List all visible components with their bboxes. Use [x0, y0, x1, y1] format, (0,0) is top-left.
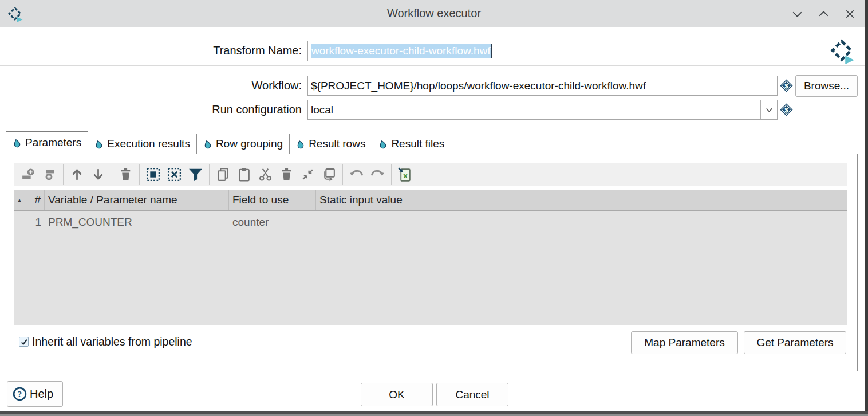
clear-selection-icon[interactable]: [164, 164, 185, 185]
copy-rows-loop-icon[interactable]: [318, 164, 340, 185]
table-toolbar: x: [14, 163, 847, 186]
workflow-filename-value: ${PROJECT_HOME}/hop/loops/workflow-execu…: [311, 80, 646, 92]
toolbar-separator: [342, 164, 343, 185]
help-icon: ?: [12, 386, 27, 402]
undo-icon[interactable]: [346, 164, 367, 185]
column-header-field-to-use[interactable]: Field to use: [229, 190, 316, 210]
hop-drop-icon: [378, 139, 387, 148]
copy-to-clipboard-icon[interactable]: [212, 164, 234, 185]
export-to-excel-icon[interactable]: x: [394, 164, 416, 185]
maximize-icon[interactable]: [815, 6, 831, 22]
select-all-rows-icon[interactable]: [143, 164, 164, 185]
column-header-variable-name[interactable]: Variable / Parameter name: [45, 190, 229, 210]
run-configuration-value: local: [311, 104, 333, 116]
row-number-cell[interactable]: 1: [14, 211, 45, 234]
toolbar-separator: [63, 164, 64, 185]
tab-row-grouping[interactable]: Row grouping: [196, 134, 290, 154]
insert-row-before-icon[interactable]: [18, 164, 39, 185]
chevron-down-icon: [766, 108, 772, 111]
hop-drop-icon: [296, 139, 305, 148]
tab-label: Execution results: [107, 138, 190, 150]
svg-text:x: x: [403, 171, 408, 180]
run-configuration-combo[interactable]: local: [307, 100, 778, 120]
help-button[interactable]: ? Help: [7, 381, 63, 407]
transform-name-input[interactable]: workflow-executor-child-workflow.hwf: [307, 41, 823, 61]
redo-icon[interactable]: [367, 164, 388, 185]
combo-dropdown-button[interactable]: [760, 100, 777, 119]
svg-text:?: ?: [18, 389, 22, 399]
inherit-variables-label: Inherit all variables from pipeline: [32, 335, 234, 348]
move-rows-up-icon[interactable]: [66, 164, 88, 185]
tab-parameters[interactable]: Parameters: [6, 131, 88, 154]
field-to-use-cell[interactable]: counter: [229, 211, 316, 234]
tab-label: Row grouping: [216, 138, 283, 150]
titlebar: Workflow executor: [0, 0, 868, 27]
hop-drop-icon: [13, 138, 21, 147]
tab-execution-results[interactable]: Execution results: [88, 134, 197, 154]
table-row[interactable]: 1 PRM_COUNTER counter: [14, 211, 847, 234]
minimize-icon[interactable]: [789, 6, 805, 22]
clear-rows-icon[interactable]: [115, 164, 136, 185]
toolbar-separator: [391, 164, 392, 185]
static-input-value-cell[interactable]: [316, 211, 847, 234]
tab-label: Result rows: [309, 138, 365, 150]
close-icon[interactable]: [842, 6, 858, 22]
toolbar-separator: [112, 164, 112, 185]
workflow-executor-icon: [827, 36, 857, 68]
header-separator: [0, 65, 868, 66]
column-header-number[interactable]: ▴ #: [14, 190, 45, 210]
table-body[interactable]: 1 PRM_COUNTER counter: [14, 211, 847, 325]
column-header-static-input-value[interactable]: Static input value: [316, 190, 847, 210]
checkmark-icon: [21, 339, 26, 344]
sort-ascending-icon: ▴: [18, 196, 21, 204]
run-configuration-label: Run configuration: [0, 103, 302, 116]
delete-selected-icon[interactable]: [276, 164, 297, 185]
collapse-selection-icon[interactable]: [297, 164, 318, 185]
tab-result-files[interactable]: Result files: [372, 134, 451, 154]
workflow-variable-icon[interactable]: [779, 79, 794, 95]
tab-label: Result files: [391, 138, 444, 150]
map-parameters-button[interactable]: Map Parameters: [631, 331, 738, 354]
hop-drop-icon: [203, 139, 212, 148]
table-header-row: ▴ # Variable / Parameter name Field to u…: [14, 190, 847, 211]
tab-bar: Parameters Execution results Row groupin…: [6, 132, 451, 154]
inherit-variables-checkbox[interactable]: [19, 337, 29, 347]
workflow-filename-input[interactable]: ${PROJECT_HOME}/hop/loops/workflow-execu…: [307, 76, 778, 96]
inherit-variables-row: Inherit all variables from pipeline: [19, 335, 234, 348]
get-parameters-button[interactable]: Get Parameters: [744, 331, 846, 354]
insert-row-after-icon[interactable]: [39, 164, 60, 185]
toolbar-separator: [209, 164, 210, 185]
text-caret: [491, 44, 492, 58]
move-rows-down-icon[interactable]: [88, 164, 109, 185]
hop-drop-icon: [94, 139, 103, 148]
cancel-button[interactable]: Cancel: [436, 383, 508, 406]
tab-result-rows[interactable]: Result rows: [289, 134, 372, 154]
ok-button[interactable]: OK: [361, 383, 433, 406]
window-bottom-edge: [0, 411, 868, 416]
variable-name-cell[interactable]: PRM_COUNTER: [45, 211, 229, 234]
window-right-edge: [865, 0, 868, 416]
transform-name-selected-text: workflow-executor-child-workflow.hwf: [311, 44, 491, 58]
footer-separator: [0, 376, 868, 376]
help-button-label: Help: [30, 387, 53, 401]
run-config-variable-icon[interactable]: [779, 103, 794, 119]
tab-label: Parameters: [25, 136, 81, 149]
toolbar-separator: [139, 164, 140, 185]
paste-from-clipboard-icon[interactable]: [234, 164, 255, 185]
window-title: Workflow executor: [0, 7, 868, 20]
transform-name-label: Transform Name:: [0, 44, 302, 57]
parameters-table: ▴ # Variable / Parameter name Field to u…: [14, 190, 847, 325]
cut-selected-icon[interactable]: [255, 164, 276, 185]
workflow-executor-dialog: Workflow executor Transform Name: workfl…: [0, 0, 868, 416]
filter-rows-icon[interactable]: [185, 164, 206, 185]
browse-button[interactable]: Browse...: [795, 75, 858, 97]
workflow-label: Workflow:: [0, 79, 302, 92]
